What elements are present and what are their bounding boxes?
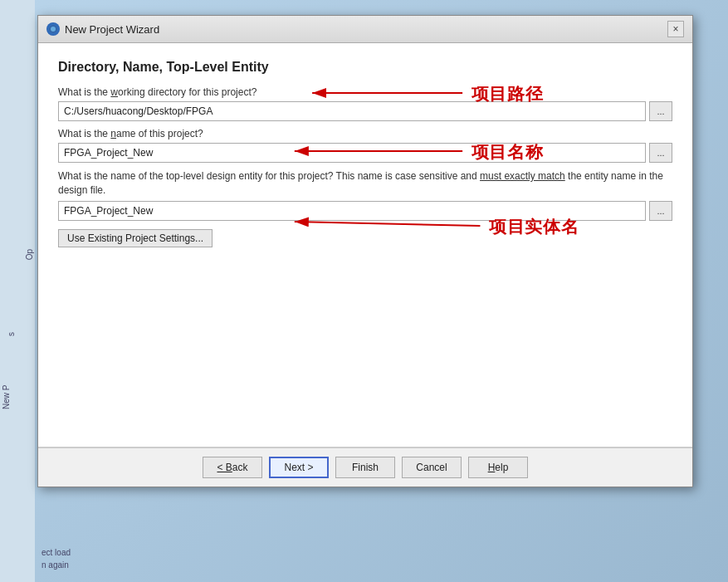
dialog-titlebar: New Project Wizard × — [38, 16, 692, 43]
use-existing-button[interactable]: Use Existing Project Settings... — [58, 229, 213, 247]
dialog-title: New Project Wizard — [65, 23, 159, 36]
top-level-description: What is the name of the top-level design… — [58, 169, 672, 198]
section-title: Directory, Name, Top-Level Entity — [58, 60, 672, 75]
dialog-body: Directory, Name, Top-Level Entity What i… — [38, 43, 692, 447]
dialog-footer: < Back Next > Finish Cancel Help — [38, 448, 692, 487]
project-name-row: ... — [58, 143, 672, 163]
top-level-row: ... — [58, 201, 672, 221]
help-button[interactable]: Help — [468, 457, 528, 478]
working-dir-browse-button[interactable]: ... — [649, 101, 672, 121]
top-level-input[interactable] — [58, 201, 646, 221]
project-name-browse-button[interactable]: ... — [649, 143, 672, 163]
back-button[interactable]: < Back — [203, 457, 262, 478]
project-name-input[interactable] — [58, 143, 646, 163]
finish-button[interactable]: Finish — [335, 457, 395, 478]
dialog-icon — [46, 22, 60, 36]
cancel-button[interactable]: Cancel — [402, 457, 462, 478]
close-button[interactable]: × — [667, 21, 684, 37]
content-area — [58, 247, 672, 430]
top-level-browse-button[interactable]: ... — [649, 201, 672, 221]
svg-point-1 — [51, 27, 56, 32]
working-dir-input[interactable] — [58, 101, 646, 121]
working-dir-row: ... — [58, 101, 672, 121]
working-dir-label: What is the working directory for this p… — [58, 86, 672, 98]
next-button[interactable]: Next > — [269, 457, 329, 478]
svg-line-9 — [295, 222, 481, 226]
project-name-label: What is the name of this project? — [58, 128, 672, 139]
